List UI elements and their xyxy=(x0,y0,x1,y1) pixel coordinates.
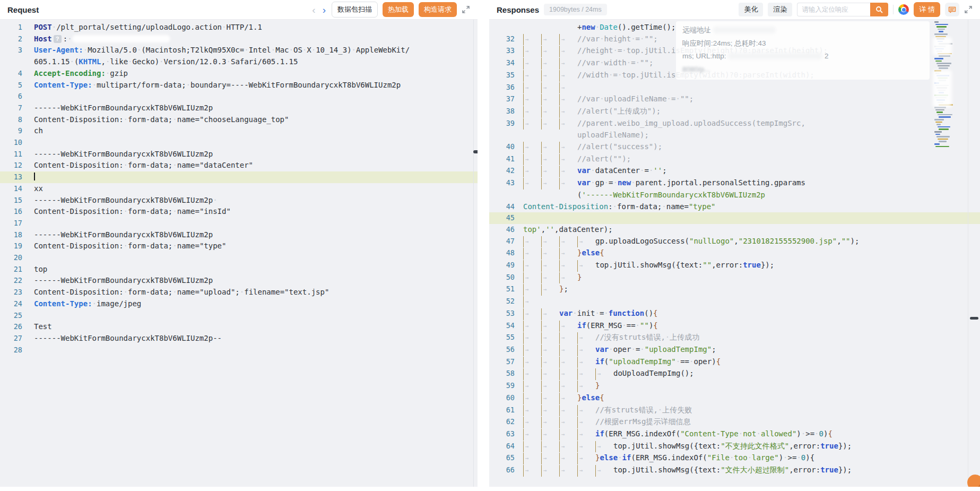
minimap-line xyxy=(934,143,940,145)
line-number: 35 xyxy=(489,70,523,82)
line-number: 22 xyxy=(0,275,27,287)
indent-guide: → xyxy=(523,34,541,46)
search-button[interactable] xyxy=(870,3,888,16)
indent-guide: → xyxy=(523,368,541,380)
indent-guide: → xyxy=(559,405,577,417)
line-number: 42 xyxy=(489,165,523,177)
render-button[interactable]: 渲染 xyxy=(768,3,792,16)
construct-request-button[interactable]: 构造请求 xyxy=(419,2,457,17)
chrome-icon[interactable] xyxy=(898,4,909,15)
details-button[interactable]: 详 情 xyxy=(914,2,940,17)
code-token: ------WebKitFormBoundarycxkT8bV6WLIUzm2p xyxy=(34,276,213,285)
packet-scan-button[interactable]: 数据包扫描 xyxy=(332,2,378,18)
line-number: 38 xyxy=(489,106,523,118)
indent-guide: → xyxy=(541,381,559,392)
code-token: Content-Disposition:·form-data;·name="ch… xyxy=(34,115,289,124)
indent-guide: → xyxy=(559,417,577,428)
indent-guide: → xyxy=(577,381,595,392)
code-line: 16Content-Disposition:·form-data;·name="… xyxy=(0,206,478,218)
response-scrollbar-thumb[interactable] xyxy=(970,317,978,320)
code-token: { xyxy=(828,429,832,438)
line-number xyxy=(0,56,27,68)
comment-button[interactable] xyxy=(945,3,959,16)
line-number: 15 xyxy=(0,195,27,206)
response-stats-badge: 1909bytes / 24ms xyxy=(544,4,607,15)
indent-guide: → xyxy=(523,308,541,320)
indent-guide: → xyxy=(541,417,559,428)
response-editor[interactable]: +new·Date().getTime();32→→→//var·height·… xyxy=(489,20,980,487)
line-number: 41 xyxy=(489,153,523,166)
code-token: //根据errMsg提示详细信息 xyxy=(595,417,690,426)
line-number: 1 xyxy=(0,22,27,33)
line-number: 52 xyxy=(489,296,523,308)
code-line: 41→→→//alert(""); xyxy=(489,153,980,166)
minimap-line xyxy=(939,128,949,130)
code-token: //没有struts错误,·上传成功 xyxy=(595,333,699,341)
code-token: top xyxy=(34,265,47,273)
code-line: 49→→→→top.jUtil.showMsg({text:"",error:t… xyxy=(489,260,980,272)
indent-guide: → xyxy=(559,357,577,368)
indent-guide: → xyxy=(559,260,577,272)
help-badge-icon: ? xyxy=(54,35,62,43)
code-token: } xyxy=(577,273,582,281)
code-token: function xyxy=(609,309,644,317)
line-number: 21 xyxy=(0,264,27,275)
code-token: "type" xyxy=(689,202,716,211)
minimap-line xyxy=(939,31,943,32)
line-number: 56 xyxy=(489,344,523,356)
fullscreen-icon[interactable] xyxy=(462,5,470,14)
line-number: 37 xyxy=(489,93,523,106)
minimap-line xyxy=(934,58,943,59)
floating-action-button[interactable] xyxy=(967,475,980,487)
code-line: 22------WebKitFormBoundarycxkT8bV6WLIUzm… xyxy=(0,275,478,287)
minimap-line xyxy=(938,139,948,140)
indent-guide: → xyxy=(541,465,559,477)
indent-guide: → xyxy=(559,46,577,57)
chat-bubble-icon xyxy=(948,6,956,13)
code-line: 46top','',dataCenter); xyxy=(489,224,980,236)
line-number: 12 xyxy=(0,160,27,171)
indent-guide: → xyxy=(559,321,577,332)
line-number: 32 xyxy=(489,33,523,46)
code-line: 53→→var·init·=·function(){ xyxy=(489,308,980,320)
code-line: 54→→→if(ERR_MSG·==·""){ xyxy=(489,320,980,332)
code-token: if xyxy=(577,321,586,330)
minimap-line xyxy=(935,109,944,111)
indent-guide: → xyxy=(541,260,559,272)
code-line: 14xx xyxy=(0,183,478,195)
code-token: · xyxy=(595,23,600,31)
code-line: 47→→→→gp.uploadLogoSuccess("nullLogo","2… xyxy=(489,236,980,248)
code-minimap[interactable] xyxy=(934,21,950,387)
minimap-line xyxy=(939,141,947,142)
indent-guide: → xyxy=(541,118,559,130)
code-token: (ERR_MSG·==· xyxy=(586,321,640,330)
indent-guide: → xyxy=(523,296,541,308)
code-line: 55→→→→//没有struts错误,·上传成功 xyxy=(489,332,980,344)
indent-guide: → xyxy=(595,465,613,477)
search-input[interactable] xyxy=(797,3,870,16)
indent-guide: → xyxy=(541,272,559,284)
next-request-button[interactable]: › xyxy=(322,5,327,15)
beautify-button[interactable]: 美化 xyxy=(739,3,763,16)
line-number: 5 xyxy=(0,80,27,91)
indent-guide: → xyxy=(523,429,541,441)
code-line: 12Content-Disposition:·form-data;·name="… xyxy=(0,160,478,171)
indent-guide: → xyxy=(559,441,577,453)
code-token: "nullLogo" xyxy=(689,237,734,245)
code-token: Host xyxy=(34,35,52,43)
request-scrollbar-thumb[interactable] xyxy=(473,150,478,153)
code-token: Content-Disposition:·form-data;·name="da… xyxy=(34,161,253,169)
fullscreen-icon[interactable] xyxy=(964,5,973,14)
indent-guide: → xyxy=(559,393,577,404)
line-number: 9 xyxy=(0,125,27,137)
prev-request-button[interactable]: ‹ xyxy=(311,5,316,15)
indent-guide: → xyxy=(541,82,559,94)
code-token: { xyxy=(600,393,604,402)
minimap-line xyxy=(939,67,948,69)
request-editor[interactable]: 1POST·/plt_portal/setting/uploadLogo.act… xyxy=(0,20,478,487)
code-token: top.jUtil.showMsg({text: xyxy=(595,261,703,269)
code-line: 19Content-Disposition:·form-data;·name="… xyxy=(0,240,478,252)
text-cursor xyxy=(34,173,35,180)
hot-reload-button[interactable]: 热加载 xyxy=(383,2,414,17)
code-token: "" xyxy=(703,261,712,269)
